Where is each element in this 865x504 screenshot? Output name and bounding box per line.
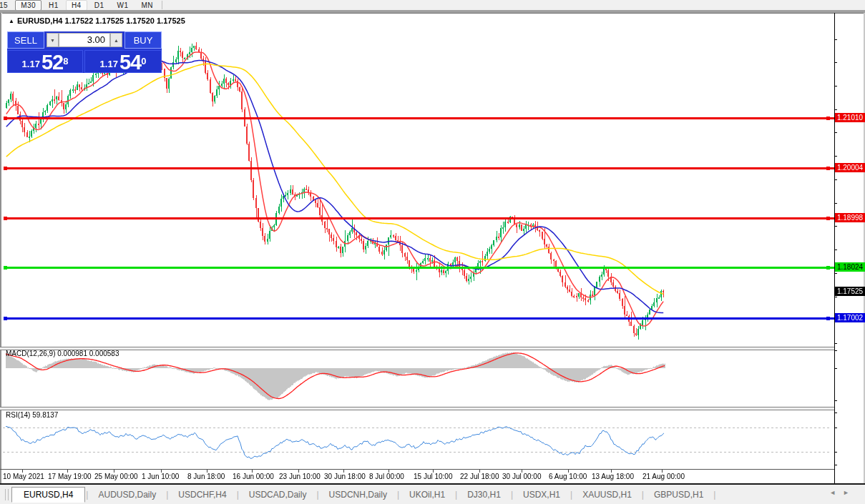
chart-tab-eurusd[interactable]: EURUSD,H4 — [11, 487, 85, 503]
axis-tick-mark — [834, 273, 837, 274]
collapse-panel-icon[interactable]: ▲ — [9, 18, 14, 24]
timeframe-button-15[interactable]: 15 — [0, 0, 14, 11]
date-label: 16 Jun 00:00 — [233, 473, 274, 480]
hline-right-marker[interactable] — [826, 266, 830, 270]
hline-left-marker[interactable] — [4, 266, 7, 270]
current-price-label: 1.17525 — [835, 287, 865, 296]
axis-tick-mark — [834, 343, 837, 344]
tab-scroll-left-icon[interactable]: ◄ — [829, 489, 843, 496]
axis-tick-mark — [834, 156, 837, 157]
macd-label: MACD(12,26,9) 0.000981 0.000583 — [6, 350, 119, 357]
chart-tab-ukoil[interactable]: UKOil,H1 — [400, 488, 454, 502]
axis-tick-mark — [834, 428, 837, 428]
axis-tick-mark — [834, 62, 837, 63]
rsi-label: RSI(14) 59.8137 — [6, 411, 58, 419]
axis-tick-mark — [834, 368, 837, 369]
hline-left-marker[interactable] — [4, 217, 7, 220]
hline-1.17002[interactable] — [4, 317, 834, 320]
bid-price-main: 52 — [41, 53, 63, 71]
date-label: 8 Jun 18:00 — [187, 473, 225, 480]
chart-tab-usdcnh[interactable]: USDCNH,Daily — [320, 488, 396, 502]
ask-price-pip: 0 — [141, 51, 146, 72]
date-tick — [433, 470, 434, 473]
hline-price-label: 1.17002 — [835, 313, 865, 322]
hline-1.18998[interactable] — [4, 217, 834, 219]
hline-left-marker[interactable] — [4, 117, 7, 120]
macd-rsi-separator[interactable] — [0, 407, 834, 410]
lot-size-input[interactable]: 3.00 — [59, 33, 110, 47]
axis-tick-mark — [834, 39, 837, 40]
chart-title-text: EURUSD,H4 1.17522 1.17525 1.17520 1.1752… — [17, 16, 185, 25]
hline-price-label: 1.21010 — [835, 113, 865, 122]
ask-price-display[interactable]: 1.17540 — [84, 50, 162, 73]
tabbar-grip — [5, 489, 9, 500]
axis-tick-mark — [834, 412, 837, 413]
chart-tab-usdx[interactable]: USDX,H1 — [514, 488, 570, 502]
chart-tab-usdchf[interactable]: USDCHF,H4 — [169, 488, 235, 502]
bid-price-base: 1.17 — [22, 57, 40, 71]
hline-1.20004[interactable] — [4, 167, 834, 169]
tab-separator: | — [713, 490, 716, 500]
timeframe-button-d1[interactable]: D1 — [89, 0, 110, 11]
timeframe-button-mn[interactable]: MN — [135, 0, 159, 11]
ask-price-base: 1.17 — [100, 57, 118, 71]
hline-price-label: 1.18024 — [835, 262, 865, 272]
date-label: 21 Aug 00:00 — [642, 473, 685, 480]
axis-tick-mark — [834, 203, 837, 204]
window-left-border — [0, 13, 2, 483]
axis-tick-mark — [834, 452, 837, 453]
timeframe-button-m30[interactable]: M30 — [15, 0, 41, 11]
date-tick — [252, 470, 253, 473]
timeframe-button-h1[interactable]: H1 — [43, 0, 64, 11]
hline-right-marker[interactable] — [826, 217, 830, 220]
hline-1.21010[interactable] — [4, 117, 834, 119]
chart-tab-bar: EURUSD,H4|AUDUSD,Daily|USDCHF,H4|USDCAD,… — [0, 485, 865, 504]
main-macd-separator[interactable] — [0, 347, 834, 350]
window-top-band — [0, 10, 865, 14]
axis-tick-mark — [834, 249, 837, 250]
axis-tick-mark — [834, 350, 837, 351]
date-tick — [388, 470, 389, 473]
tab-scroll-right-icon[interactable]: ► — [843, 489, 856, 496]
date-tick — [161, 470, 162, 473]
one-click-trading-panel: SELL ▼ 3.00 ▲ BUY 1.17528 1.17540 — [7, 31, 162, 73]
axis-tick-mark — [834, 109, 837, 110]
lot-decrease-button[interactable]: ▼ — [47, 33, 59, 47]
chart-tab-audusd[interactable]: AUDUSD,Daily — [89, 488, 165, 502]
bid-price-display[interactable]: 1.17528 — [7, 50, 83, 73]
chart-tab-xauusd[interactable]: XAUUSD,H1 — [573, 488, 641, 502]
hline-right-marker[interactable] — [826, 117, 830, 120]
rsi-bottom-border — [0, 469, 834, 470]
date-tick — [67, 470, 68, 473]
timeframe-button-w1[interactable]: W1 — [111, 0, 134, 11]
chart-canvas[interactable] — [0, 0, 834, 504]
timeframe-button-h4[interactable]: H4 — [66, 0, 87, 11]
date-tick — [611, 470, 612, 473]
hline-left-marker[interactable] — [4, 167, 7, 170]
hline-1.18024[interactable] — [4, 267, 834, 269]
chart-title: ▲EURUSD,H4 1.17522 1.17525 1.17520 1.175… — [9, 16, 185, 25]
axis-tick-mark — [834, 86, 837, 87]
hline-right-marker[interactable] — [826, 167, 830, 170]
mt4-terminal: { "toolbar": { "items": [ {"t":"btn","la… — [0, 0, 865, 504]
lot-increase-button[interactable]: ▲ — [110, 33, 122, 47]
chart-tab-usdcad[interactable]: USDCAD,Daily — [240, 488, 316, 502]
hline-right-marker[interactable] — [826, 317, 830, 320]
price-axis[interactable]: 1.225801.221201.216501.211801.207201.202… — [835, 13, 865, 483]
date-label: 8 Jul 00:00 — [369, 473, 404, 480]
ask-price-main: 54 — [119, 53, 141, 71]
bid-price-pip: 8 — [63, 51, 68, 72]
date-tick — [479, 470, 480, 473]
chart-tab-dj30[interactable]: DJ30,H1 — [458, 488, 510, 502]
axis-tick-mark — [834, 400, 837, 401]
hline-left-marker[interactable] — [4, 317, 7, 320]
buy-button[interactable]: BUY — [124, 31, 162, 49]
chart-tab-gbpusd[interactable]: GBPUSD,H1 — [645, 488, 713, 502]
axis-tick-mark — [834, 226, 837, 227]
sell-button[interactable]: SELL — [7, 31, 44, 49]
date-label: 30 Jun 18:00 — [324, 473, 366, 480]
date-tick — [662, 470, 663, 473]
date-tick — [114, 470, 114, 473]
hline-price-label: 1.20004 — [835, 163, 865, 172]
date-tick — [522, 470, 522, 473]
